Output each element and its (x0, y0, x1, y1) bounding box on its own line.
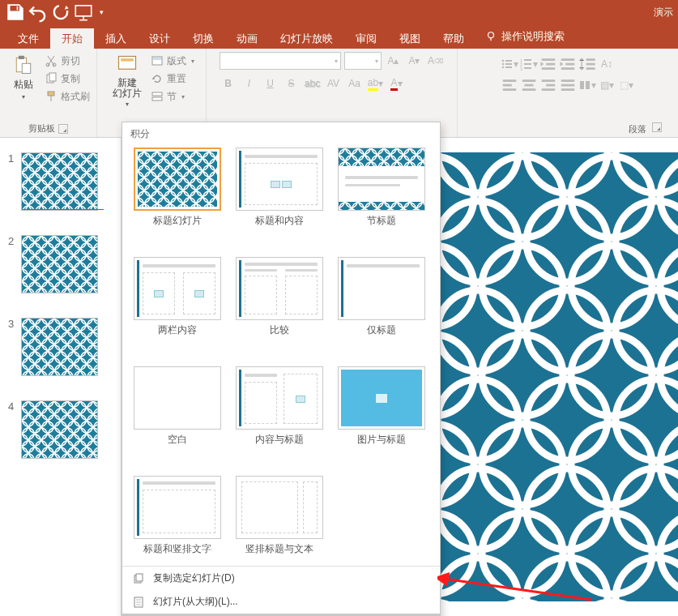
svg-rect-40 (505, 66, 512, 68)
svg-rect-47 (580, 81, 584, 89)
qat-customize-button[interactable]: ▾ (96, 2, 107, 22)
justify-button[interactable] (559, 76, 577, 94)
layout-option[interactable]: 标题幻灯片 (134, 148, 221, 228)
italic-button[interactable]: I (241, 75, 258, 92)
tab-insert[interactable]: 插入 (94, 28, 138, 49)
svg-rect-23 (22, 63, 31, 73)
align-text-button[interactable]: ▤▾ (598, 76, 616, 94)
duplicate-slides-item[interactable]: 复制选定幻灯片(D) (122, 567, 440, 590)
align-left-button[interactable] (501, 76, 518, 94)
tab-animations[interactable]: 动画 (225, 28, 269, 49)
tab-help[interactable]: 帮助 (432, 28, 475, 49)
tab-transitions[interactable]: 切换 (181, 28, 225, 49)
text-direction-button[interactable]: A↕ (598, 55, 616, 73)
redo-button[interactable] (50, 2, 71, 22)
title-bar: ▾ 演示 (0, 0, 678, 24)
svg-rect-56 (339, 202, 424, 210)
svg-rect-46 (524, 67, 531, 69)
slide-thumbnail[interactable] (21, 235, 98, 293)
line-spacing-button[interactable] (578, 55, 596, 73)
paste-button[interactable]: 粘贴 ▾ (6, 52, 41, 102)
char-spacing-button[interactable]: AV (325, 75, 343, 92)
tab-view[interactable]: 视图 (388, 28, 432, 49)
cut-button[interactable]: 剪切 (43, 52, 92, 70)
svg-rect-33 (152, 92, 162, 96)
decrease-indent-button[interactable] (539, 55, 557, 73)
paragraph-launcher[interactable] (652, 122, 662, 132)
layout-option[interactable]: 图片与标题 (338, 366, 425, 447)
chevron-down-icon: ▾ (22, 93, 25, 101)
numbering-button[interactable]: 123▾ (520, 55, 538, 73)
layout-option[interactable]: 仅标题 (338, 257, 425, 337)
tell-me-search[interactable]: 操作说明搜索 (475, 24, 574, 49)
new-slide-button[interactable]: 新建 幻灯片 ▾ (107, 52, 147, 109)
format-painter-button[interactable]: 格式刷 (43, 88, 92, 105)
slideshow-from-start-button[interactable] (73, 2, 94, 22)
smartart-button[interactable]: ⬚▾ (617, 76, 635, 94)
svg-rect-42 (524, 59, 531, 61)
svg-rect-49 (22, 153, 97, 210)
slides-from-outline-item[interactable]: 幻灯片(从大纲)(L)... (122, 590, 440, 614)
layout-option[interactable]: 内容与标题 (236, 366, 323, 447)
copy-button[interactable]: 复制 (43, 70, 92, 88)
svg-rect-38 (505, 63, 512, 65)
chevron-down-icon: ▾ (126, 101, 129, 108)
tab-slideshow[interactable]: 幻灯片放映 (269, 28, 344, 49)
save-button[interactable] (5, 2, 26, 22)
font-size-combo[interactable]: ▾ (344, 52, 382, 70)
tab-review[interactable]: 审阅 (344, 28, 388, 49)
layout-button[interactable]: 版式▾ (149, 52, 196, 70)
quick-access-toolbar: ▾ (0, 2, 107, 22)
svg-rect-54 (138, 152, 217, 207)
svg-point-37 (502, 63, 505, 66)
layout-option[interactable]: 竖排标题与文本 (236, 476, 323, 556)
svg-rect-36 (505, 60, 512, 62)
tab-design[interactable]: 设计 (138, 28, 181, 49)
layout-option[interactable]: 节标题 (338, 148, 425, 228)
change-case-button[interactable]: Aa (346, 75, 364, 92)
layout-option[interactable]: 两栏内容 (134, 257, 221, 337)
slide-thumbnail-panel[interactable]: 1 2 3 4 (0, 138, 122, 616)
slide-thumbnail[interactable] (21, 318, 98, 376)
shadow-button[interactable]: abc (304, 75, 322, 92)
align-center-button[interactable] (520, 76, 538, 94)
svg-rect-34 (152, 97, 162, 101)
clear-formatting-button[interactable]: A⌫ (427, 52, 445, 70)
slide-thumbnail[interactable] (21, 400, 98, 459)
svg-point-25 (53, 63, 56, 66)
svg-rect-27 (49, 73, 56, 81)
columns-button[interactable]: ▾ (578, 76, 596, 94)
strike-button[interactable]: S (283, 75, 301, 92)
layout-option[interactable]: 标题和竖排文字 (134, 476, 221, 556)
align-right-button[interactable] (539, 76, 557, 94)
section-button[interactable]: 节▾ (149, 88, 196, 105)
grow-font-button[interactable]: A▴ (385, 52, 403, 70)
slide-thumbnail[interactable] (21, 152, 98, 211)
shrink-font-button[interactable]: A▾ (406, 52, 424, 70)
tab-home[interactable]: 开始 (50, 28, 94, 49)
font-name-combo[interactable]: ▾ (220, 52, 341, 70)
svg-rect-29 (119, 57, 136, 70)
svg-rect-52 (22, 401, 97, 458)
svg-rect-32 (153, 58, 161, 60)
svg-rect-19 (75, 6, 92, 16)
layout-option[interactable]: 比较 (236, 257, 323, 337)
undo-button[interactable] (28, 2, 49, 22)
highlight-button[interactable]: ab▾ (367, 75, 385, 92)
clipboard-launcher[interactable] (58, 124, 68, 134)
bullets-button[interactable]: ▾ (501, 55, 518, 73)
reset-button[interactable]: 重置 (149, 70, 196, 88)
font-color-button[interactable]: A▾ (388, 75, 406, 92)
tab-file[interactable]: 文件 (6, 28, 50, 49)
svg-rect-58 (136, 574, 143, 581)
layout-option[interactable]: 标题和内容 (236, 148, 323, 228)
layout-option[interactable]: 空白 (134, 366, 221, 447)
slide-number: 2 (8, 235, 16, 247)
svg-rect-55 (339, 148, 424, 166)
slide-number: 3 (8, 318, 16, 330)
svg-line-62 (444, 579, 591, 600)
svg-point-39 (502, 66, 505, 69)
bold-button[interactable]: B (220, 75, 237, 92)
increase-indent-button[interactable] (559, 55, 577, 73)
underline-button[interactable]: U (262, 75, 279, 92)
